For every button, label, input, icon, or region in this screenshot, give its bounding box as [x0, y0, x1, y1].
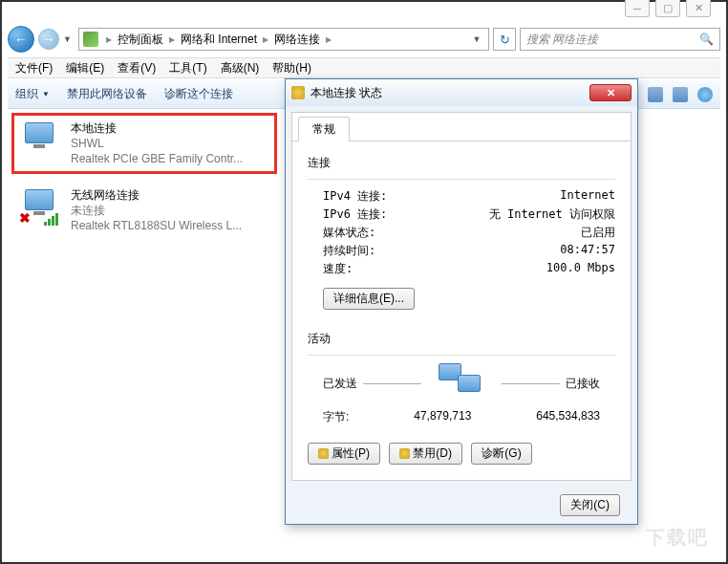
network-adapter-icon — [19, 120, 61, 159]
connection-name: 本地连接 — [71, 120, 243, 136]
close-button[interactable]: 关闭(C) — [560, 494, 620, 516]
address-dropdown[interactable]: ▼ — [469, 34, 484, 44]
connection-status: 未连接 — [71, 203, 242, 218]
network-adapter-icon: ✖ — [19, 187, 61, 226]
row-value: 无 Internet 访问权限 — [489, 206, 615, 223]
search-input[interactable]: 搜索 网络连接 🔍 — [520, 28, 720, 51]
connection-device: Realtek PCIe GBE Family Contr... — [71, 151, 243, 166]
menu-bar: 文件(F) 编辑(E) 查看(V) 工具(T) 高级(N) 帮助(H) — [8, 57, 720, 78]
row-label: IPv4 连接: — [323, 188, 409, 205]
bytes-label: 字节: — [323, 409, 349, 425]
shield-icon — [399, 448, 410, 459]
sent-label: 已发送 — [323, 376, 357, 392]
recv-bytes: 645,534,833 — [536, 409, 600, 425]
search-icon: 🔍 — [699, 33, 714, 46]
address-bar[interactable]: ▶ 控制面板 ▶ 网络和 Internet ▶ 网络连接 ▶ ▼ — [78, 28, 489, 51]
minimize-button[interactable]: ─ — [625, 0, 650, 17]
menu-file[interactable]: 文件(F) — [15, 60, 53, 76]
connection-name: 无线网络连接 — [71, 187, 242, 203]
disconnected-icon: ✖ — [19, 210, 31, 226]
row-label: 速度: — [323, 261, 409, 277]
menu-view[interactable]: 查看(V) — [118, 60, 156, 76]
refresh-button[interactable]: ↻ — [493, 28, 516, 51]
row-label: 持续时间: — [323, 243, 409, 259]
properties-button[interactable]: 属性(P) — [308, 443, 380, 465]
diagnose-button[interactable]: 诊断这个连接 — [164, 86, 233, 102]
row-value: 100.0 Mbps — [546, 261, 615, 277]
dialog-titlebar[interactable]: 本地连接 状态 ✕ — [286, 79, 637, 106]
section-connection: 连接 — [308, 155, 615, 171]
watermark: 下载吧 — [646, 525, 709, 551]
activity-icon — [435, 363, 488, 403]
connection-status: SHWL — [71, 136, 243, 151]
breadcrumb-item[interactable]: 网络和 Internet — [179, 32, 259, 48]
dialog-close-button[interactable]: ✕ — [589, 84, 632, 101]
forward-button[interactable]: → — [38, 29, 59, 50]
disable-button[interactable]: 禁用(D) — [389, 443, 462, 465]
diagnose-button[interactable]: 诊断(G) — [471, 443, 531, 465]
organize-button[interactable]: 组织 ▼ — [15, 86, 50, 102]
row-value: 已启用 — [581, 225, 615, 241]
status-dialog: 本地连接 状态 ✕ 常规 连接 IPv4 连接:Internet IPv6 连接… — [285, 78, 638, 525]
connection-item-wireless[interactable]: ✖ 无线网络连接 未连接 Realtek RTL8188SU Wireless … — [19, 187, 272, 234]
signal-bars-icon — [44, 213, 58, 226]
preview-pane-icon[interactable] — [673, 87, 688, 102]
menu-edit[interactable]: 编辑(E) — [66, 60, 104, 76]
shield-icon — [291, 86, 305, 99]
close-button[interactable]: ✕ — [686, 0, 711, 17]
details-button[interactable]: 详细信息(E)... — [323, 288, 415, 310]
row-value: Internet — [560, 188, 615, 205]
history-dropdown[interactable]: ▼ — [63, 34, 75, 44]
disable-device-button[interactable]: 禁用此网络设备 — [67, 86, 147, 102]
connection-item-local[interactable]: 本地连接 SHWL Realtek PCIe GBE Family Contr.… — [19, 120, 272, 167]
chevron-right-icon[interactable]: ▶ — [322, 35, 335, 44]
shield-icon — [318, 448, 329, 459]
menu-advanced[interactable]: 高级(N) — [221, 60, 260, 76]
chevron-right-icon[interactable]: ▶ — [102, 35, 116, 44]
chevron-right-icon[interactable]: ▶ — [259, 35, 272, 44]
help-icon[interactable] — [697, 87, 713, 102]
recv-label: 已接收 — [566, 376, 600, 392]
breadcrumb-item[interactable]: 控制面板 — [116, 32, 165, 48]
maximize-button[interactable]: ▢ — [655, 0, 680, 17]
view-icon[interactable] — [648, 87, 663, 102]
chevron-right-icon[interactable]: ▶ — [165, 35, 179, 44]
breadcrumb-item[interactable]: 网络连接 — [272, 32, 322, 48]
sent-bytes: 47,879,713 — [414, 409, 471, 425]
back-button[interactable]: ← — [8, 26, 34, 53]
row-value: 08:47:57 — [560, 243, 615, 259]
section-activity: 活动 — [308, 331, 615, 347]
dialog-title: 本地连接 状态 — [310, 85, 382, 101]
menu-tools[interactable]: 工具(T) — [169, 60, 206, 76]
row-label: IPv6 连接: — [323, 206, 409, 223]
search-placeholder: 搜索 网络连接 — [526, 32, 598, 48]
connection-device: Realtek RTL8188SU Wireless L... — [71, 218, 242, 233]
menu-help[interactable]: 帮助(H) — [272, 60, 311, 76]
control-panel-icon — [83, 32, 98, 47]
tab-general[interactable]: 常规 — [298, 117, 350, 141]
row-label: 媒体状态: — [323, 225, 409, 241]
